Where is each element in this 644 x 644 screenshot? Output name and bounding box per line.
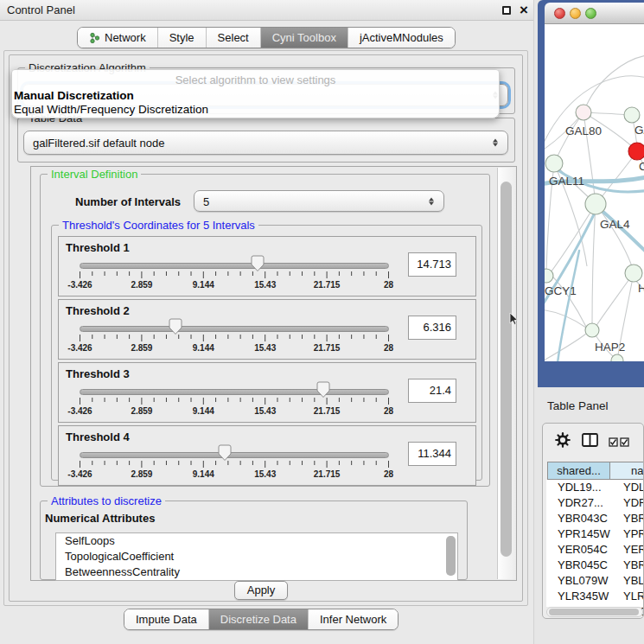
name-cell: YBR0 xyxy=(623,511,644,526)
apply-button[interactable]: Apply xyxy=(234,581,288,600)
network-edge xyxy=(545,334,586,361)
threshold-value-field[interactable]: 11.344 xyxy=(408,442,456,466)
mouse-cursor xyxy=(509,313,518,326)
table-row[interactable]: YBR043CYBR0 xyxy=(546,511,644,526)
network-node-hap2[interactable] xyxy=(585,323,599,337)
tab-impute-data[interactable]: Impute Data xyxy=(124,609,208,629)
checked-checkbox-icon[interactable] xyxy=(609,437,618,447)
slider-track[interactable] xyxy=(80,326,389,332)
svg-text:9.144: 9.144 xyxy=(193,406,214,416)
shared-name-cell: YBL079W xyxy=(558,573,609,589)
list-scrollbar[interactable] xyxy=(446,536,456,576)
slider-track[interactable] xyxy=(80,389,389,395)
tab-label: Infer Network xyxy=(320,613,386,626)
minimize-light-icon[interactable] xyxy=(570,8,581,19)
svg-text:21.715: 21.715 xyxy=(314,343,341,353)
slider-thumb[interactable] xyxy=(218,444,232,462)
slider-ticks: -3.4262.8599.14415.4321.71528 xyxy=(59,333,465,354)
svg-text:21.715: 21.715 xyxy=(314,280,341,290)
shared-name-cell: YDR27... xyxy=(558,495,603,511)
network-edge-thick xyxy=(558,251,579,361)
tab-jactivemnodules[interactable]: jActiveMNodules xyxy=(348,28,455,48)
split-view-icon[interactable] xyxy=(582,433,598,447)
threshold-value-field[interactable]: 21.4 xyxy=(408,379,456,403)
close-light-icon[interactable] xyxy=(554,8,565,19)
zoom-light-icon[interactable] xyxy=(585,8,596,19)
slider-thumb[interactable] xyxy=(316,381,330,399)
scrollbar-thumb[interactable] xyxy=(501,182,512,557)
threshold-panel: Threshold 1-3.4262.8599.14415.4321.71528… xyxy=(58,236,476,296)
tab-network[interactable]: Network xyxy=(78,28,157,48)
attribute-list-item[interactable]: SelfLoops xyxy=(56,533,457,549)
network-edge-thick xyxy=(598,207,644,256)
algorithm-option[interactable]: Manual Discretization xyxy=(14,89,134,102)
attribute-list-item[interactable]: BetweennessCentrality xyxy=(56,564,457,580)
table-row[interactable]: YPR145WYPR1 xyxy=(546,526,644,542)
threshold-panel: Threshold 4-3.4262.8599.14415.4321.71528… xyxy=(58,425,476,486)
svg-text:9.144: 9.144 xyxy=(193,469,214,479)
close-icon[interactable]: × xyxy=(520,1,528,20)
threshold-value-field[interactable]: 6.316 xyxy=(408,316,456,340)
algorithm-dropdown-popup: Select algorithm to view settings Manual… xyxy=(11,69,500,118)
algorithm-option[interactable]: Equal Width/Frequency Discretization xyxy=(14,103,208,116)
numerical-attributes-list[interactable]: SelfLoopsTopologicalCoefficientBetweenne… xyxy=(55,532,458,581)
table-data-value: galFiltered.sif default node xyxy=(24,131,507,155)
table-row[interactable]: YDR27...YDR2 xyxy=(546,495,644,511)
number-of-intervals-value: 5 xyxy=(194,191,443,213)
tab-discretize-data[interactable]: Discretize Data xyxy=(208,609,308,629)
table-row[interactable]: YBR045CYBR0 xyxy=(546,558,644,573)
threshold-label: Threshold 4 xyxy=(66,430,130,443)
network-canvas: GAL80GACGAL11GAL4GCY1HHAP2 xyxy=(545,24,644,361)
column-header-name[interactable]: name xyxy=(609,462,644,480)
svg-text:15.43: 15.43 xyxy=(254,469,276,479)
control-panel-window: Control Panel × NetworkStyleSelectCyni T… xyxy=(0,0,534,644)
tab-infer-network[interactable]: Infer Network xyxy=(308,609,398,629)
network-node-gal80[interactable] xyxy=(576,105,591,120)
table-row[interactable]: YDL19...YDL1 xyxy=(546,480,644,495)
shared-name-cell: YER054C xyxy=(558,542,608,558)
tab-select[interactable]: Select xyxy=(206,28,260,48)
checked-checkbox-icon[interactable] xyxy=(620,437,629,447)
svg-text:15.43: 15.43 xyxy=(254,280,276,290)
name-cell: YBR0 xyxy=(623,558,644,573)
tab-label: jActiveMNodules xyxy=(360,31,443,44)
table-panel-window: shared... name YDL19...YDL1YDR27...YDR2Y… xyxy=(542,423,644,619)
table-row[interactable]: YER054CYER0 xyxy=(546,542,644,558)
shared-name-cell: YBR043C xyxy=(558,511,608,526)
svg-text:15.43: 15.43 xyxy=(254,406,276,416)
slider-track[interactable] xyxy=(80,452,389,458)
window-title: Control Panel xyxy=(7,0,75,21)
gear-icon[interactable] xyxy=(555,432,571,448)
network-node-gal4[interactable] xyxy=(585,194,606,214)
table-row[interactable]: YLR345WYLR3 xyxy=(546,589,644,604)
network-node-ga[interactable] xyxy=(624,107,640,123)
name-cell: YDL1 xyxy=(623,480,644,495)
tab-label: Cyni Toolbox xyxy=(272,31,336,44)
slider-thumb[interactable] xyxy=(169,318,182,335)
tab-cyni-toolbox[interactable]: Cyni Toolbox xyxy=(260,28,348,48)
svg-text:15.43: 15.43 xyxy=(254,343,276,353)
attribute-list-item[interactable]: TopologicalCoefficient xyxy=(56,549,457,564)
network-node-h[interactable] xyxy=(625,265,642,282)
network-node[interactable] xyxy=(611,354,623,361)
table-row[interactable]: YBL079WYBL0 xyxy=(546,573,644,589)
vertical-scrollbar[interactable] xyxy=(497,168,515,579)
svg-text:2.859: 2.859 xyxy=(131,280,152,290)
table-data-combobox[interactable]: galFiltered.sif default node xyxy=(23,131,508,155)
tab-style[interactable]: Style xyxy=(157,28,206,48)
float-window-icon[interactable] xyxy=(502,6,511,15)
threshold-value-field[interactable]: 14.713 xyxy=(408,252,456,277)
thresholds-group-label: Threshold's Coordinates for 5 Intervals xyxy=(59,219,258,232)
number-of-intervals-combobox[interactable]: 5 xyxy=(194,190,444,212)
slider-track[interactable] xyxy=(80,263,389,269)
column-header-shared-name[interactable]: shared... xyxy=(547,462,610,480)
network-edge xyxy=(596,273,634,327)
network-node-c[interactable] xyxy=(628,143,644,160)
scrollbar-thumb[interactable] xyxy=(549,609,639,615)
network-node-gal11[interactable] xyxy=(545,155,563,172)
table-panel-title: Table Panel xyxy=(547,399,609,412)
horizontal-scrollbar[interactable] xyxy=(546,607,643,617)
svg-text:2.859: 2.859 xyxy=(131,343,152,353)
slider-thumb[interactable] xyxy=(251,255,265,272)
table-body[interactable]: YDL19...YDL1YDR27...YDR2YBR043CYBR0YPR14… xyxy=(546,480,643,607)
